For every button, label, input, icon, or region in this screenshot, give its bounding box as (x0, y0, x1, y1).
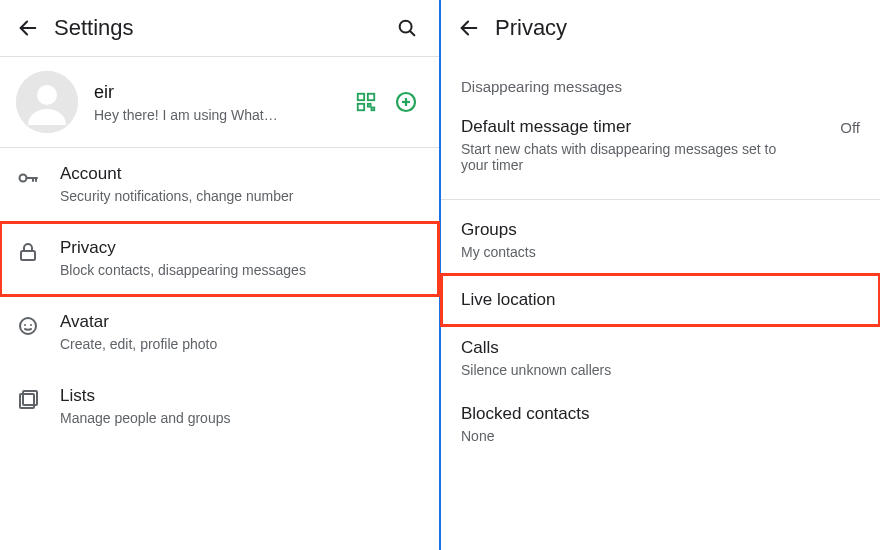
profile-actions (353, 89, 419, 115)
svg-rect-5 (358, 94, 364, 100)
privacy-item-groups[interactable]: Groups My contacts (441, 208, 880, 274)
item-subtitle: Start new chats with disappearing messag… (461, 141, 791, 173)
lock-icon (16, 238, 60, 264)
svg-line-2 (410, 31, 414, 35)
profile-name: eir (94, 82, 353, 103)
item-title: Account (60, 164, 423, 184)
settings-item-lists[interactable]: Lists Manage people and groups (0, 370, 439, 444)
back-icon[interactable] (10, 10, 46, 46)
settings-header: Settings (0, 0, 439, 56)
item-subtitle: Block contacts, disappearing messages (60, 262, 423, 278)
item-subtitle: My contacts (461, 244, 791, 260)
back-icon[interactable] (451, 10, 487, 46)
item-subtitle: Create, edit, profile photo (60, 336, 423, 352)
item-title: Live location (461, 290, 860, 310)
settings-list: Account Security notifications, change n… (0, 148, 439, 444)
profile-status: Hey there! I am using What… (94, 107, 294, 123)
section-header: Disappearing messages (441, 56, 880, 105)
svg-rect-9 (372, 108, 375, 111)
privacy-item-blocked-contacts[interactable]: Blocked contacts None (441, 392, 880, 458)
svg-point-20 (30, 324, 32, 326)
svg-point-4 (37, 85, 57, 105)
privacy-item-default-timer[interactable]: Default message timer Start new chats wi… (441, 105, 880, 187)
svg-rect-6 (368, 94, 374, 100)
page-title: Privacy (495, 15, 567, 41)
key-icon (16, 164, 60, 190)
settings-item-privacy[interactable]: Privacy Block contacts, disappearing mes… (0, 222, 439, 296)
item-title: Privacy (60, 238, 423, 258)
privacy-item-calls[interactable]: Calls Silence unknown callers (441, 326, 880, 392)
item-subtitle: Security notifications, change number (60, 188, 423, 204)
settings-item-avatar[interactable]: Avatar Create, edit, profile photo (0, 296, 439, 370)
item-subtitle: None (461, 428, 791, 444)
avatar (16, 71, 78, 133)
item-value: Off (840, 117, 860, 136)
settings-item-account[interactable]: Account Security notifications, change n… (0, 148, 439, 222)
svg-rect-8 (368, 104, 371, 107)
search-icon[interactable] (389, 10, 425, 46)
item-title: Calls (461, 338, 860, 358)
privacy-item-live-location[interactable]: Live location (441, 274, 880, 326)
page-title: Settings (54, 15, 134, 41)
privacy-pane: Privacy Disappearing messages Default me… (441, 0, 880, 550)
item-title: Lists (60, 386, 423, 406)
item-title: Groups (461, 220, 860, 240)
profile-row[interactable]: eir Hey there! I am using What… (0, 57, 439, 147)
qr-code-icon[interactable] (353, 89, 379, 115)
svg-point-13 (20, 175, 27, 182)
svg-rect-17 (21, 251, 35, 260)
item-title: Blocked contacts (461, 404, 860, 424)
svg-rect-7 (358, 104, 364, 110)
profile-text: eir Hey there! I am using What… (94, 82, 353, 123)
item-subtitle: Manage people and groups (60, 410, 423, 426)
svg-point-19 (24, 324, 26, 326)
face-icon (16, 312, 60, 338)
add-circle-icon[interactable] (393, 89, 419, 115)
privacy-header: Privacy (441, 0, 880, 56)
settings-pane: Settings eir Hey there! I am using What… (0, 0, 441, 550)
lists-icon (16, 386, 60, 412)
item-title: Avatar (60, 312, 423, 332)
divider (441, 199, 880, 200)
svg-point-18 (20, 318, 36, 334)
item-title: Default message timer (461, 117, 828, 137)
item-subtitle: Silence unknown callers (461, 362, 791, 378)
